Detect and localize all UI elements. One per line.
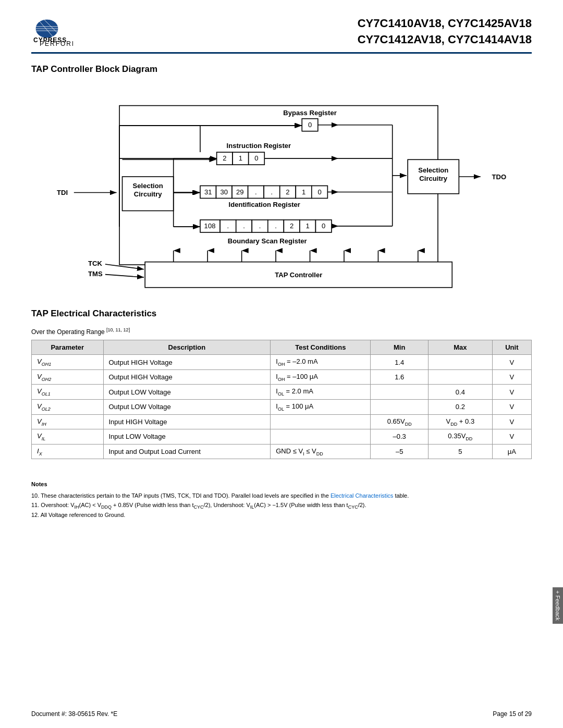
svg-text:2: 2 [223,154,226,162]
svg-text:.: . [259,222,261,230]
svg-text:Selection: Selection [418,166,448,174]
cell-description: Output HIGH Voltage [103,369,271,385]
svg-text:TMS: TMS [88,269,103,277]
svg-text:1: 1 [239,154,242,162]
cell-max: 0.4 [428,385,492,400]
col-header-test-conditions: Test Conditions [271,340,371,355]
svg-text:1: 1 [302,188,305,195]
cell-description: Output LOW Voltage [103,400,271,415]
table-row: VOH1 Output HIGH Voltage IOH = –2.0 mA 1… [32,355,532,370]
notes-title: Notes [31,480,532,489]
svg-text:.: . [243,222,245,230]
logo: CYPRESS PERFORM [31,17,73,46]
table-row: VIL Input LOW Voltage –0.3 0.35VDD V [32,429,532,445]
cell-min [371,385,428,400]
table-section-title: TAP Electrical Characteristics [31,309,532,319]
table-row: VOL2 Output LOW Voltage IOL = 100 μA 0.2… [32,400,532,415]
svg-text:0: 0 [317,188,321,195]
table-row: VOH2 Output HIGH Voltage IOH = –100 μA 1… [32,369,532,385]
svg-text:29: 29 [236,188,244,195]
cell-param: VOH2 [32,369,104,385]
col-header-description: Description [103,340,271,355]
svg-text:108: 108 [204,222,216,230]
note-item: 11. Overshoot: VIH(AC) < VDDQ + 0.85V (P… [31,501,532,511]
cell-test-conditions [271,429,371,445]
table-row: IX Input and Output Load Current GND ≤ V… [32,444,532,459]
svg-text:.: . [255,188,257,195]
cell-param: VIH [32,414,104,429]
cell-min [371,400,428,415]
doc-number: Document #: 38-05615 Rev. *E [31,710,117,718]
notes-items: 10. These characteristics pertain to the… [31,491,532,520]
cell-min: –0.3 [371,429,428,445]
svg-text:TDI: TDI [57,188,68,196]
cell-unit: V [492,429,531,445]
title-line1: CY7C1410AV18, CY7C1425AV18 [358,17,532,30]
svg-text:0: 0 [308,121,312,129]
cell-unit: V [492,400,531,415]
electrical-characteristics-link[interactable]: Electrical Characteristics [331,492,393,499]
cell-test-conditions: GND ≤ VI ≤ VDD [271,444,371,459]
cell-description: Input HIGH Voltage [103,414,271,429]
cell-max: 0.2 [428,400,492,415]
svg-text:Circuitry: Circuitry [419,174,448,182]
title-line2: CY7C1412AV18, CY7C1414AV18 [358,33,532,46]
cell-min: 1.6 [371,369,428,385]
col-header-min: Min [371,340,428,355]
cell-param: IX [32,444,104,459]
page-number: Page 15 of 29 [493,710,532,718]
operating-range: Over the Operating Range [10, 11, 12] [31,327,532,336]
svg-text:0: 0 [322,222,325,230]
cell-max: 5 [428,444,492,459]
svg-text:31: 31 [204,188,212,195]
cell-unit: V [492,355,531,370]
svg-text:2: 2 [290,222,293,230]
cell-test-conditions: IOL = 100 μA [271,400,371,415]
cell-min: –5 [371,444,428,459]
table-row: VIH Input HIGH Voltage 0.65VDD VDD + 0.3… [32,414,532,429]
note-item: 10. These characteristics pertain to the… [31,491,532,501]
cell-param: VOH1 [32,355,104,370]
cell-description: Input and Output Load Current [103,444,271,459]
cell-unit: μA [492,444,531,459]
svg-text:PERFORM: PERFORM [40,40,73,46]
cell-test-conditions: IOL = 2.0 mA [271,385,371,400]
svg-text:.: . [271,188,273,195]
footer: Document #: 38-05615 Rev. *E Page 15 of … [31,710,532,718]
svg-text:Bypass Register: Bypass Register [283,109,336,117]
col-header-parameter: Parameter [32,340,104,355]
cell-description: Input LOW Voltage [103,429,271,445]
cell-unit: V [492,369,531,385]
cell-max: 0.35VDD [428,429,492,445]
svg-text:.: . [275,222,277,230]
cell-max [428,369,492,385]
svg-line-100 [105,274,144,277]
cell-unit: V [492,385,531,400]
feedback-button[interactable]: + Feedback [553,587,563,624]
svg-text:Identification Register: Identification Register [229,200,300,208]
svg-text:Boundary Scan Register: Boundary Scan Register [228,237,307,244]
cell-param: VOL1 [32,385,104,400]
diagram-container: TDI Selection Circuitry 0 Bypass Registe… [31,83,532,293]
svg-text:30: 30 [221,188,228,195]
notes-section: Notes 10. These characteristics pertain … [31,480,532,520]
page-header: CYPRESS PERFORM CY7C1410AV18, CY7C1425AV… [31,16,532,54]
svg-text:1: 1 [306,222,310,230]
svg-text:Instruction Register: Instruction Register [227,142,291,150]
cell-unit: V [492,414,531,429]
table-section: TAP Electrical Characteristics Over the … [31,309,532,459]
cell-param: VIL [32,429,104,445]
svg-text:.: . [227,222,229,230]
electrical-characteristics-table: Parameter Description Test Conditions Mi… [31,340,532,459]
svg-text:TDO: TDO [492,173,507,181]
svg-text:TAP Controller: TAP Controller [275,271,322,279]
svg-text:Circuitry: Circuitry [134,190,163,198]
svg-text:TCK: TCK [88,260,102,267]
cell-max: VDD + 0.3 [428,414,492,429]
col-header-unit: Unit [492,340,531,355]
note-item: 12. All Voltage referenced to Ground. [31,511,532,520]
cell-test-conditions [271,414,371,429]
cell-min: 1.4 [371,355,428,370]
diagram-section-title: TAP Controller Block Diagram [31,64,532,75]
table-row: VOL1 Output LOW Voltage IOL = 2.0 mA 0.4… [32,385,532,400]
